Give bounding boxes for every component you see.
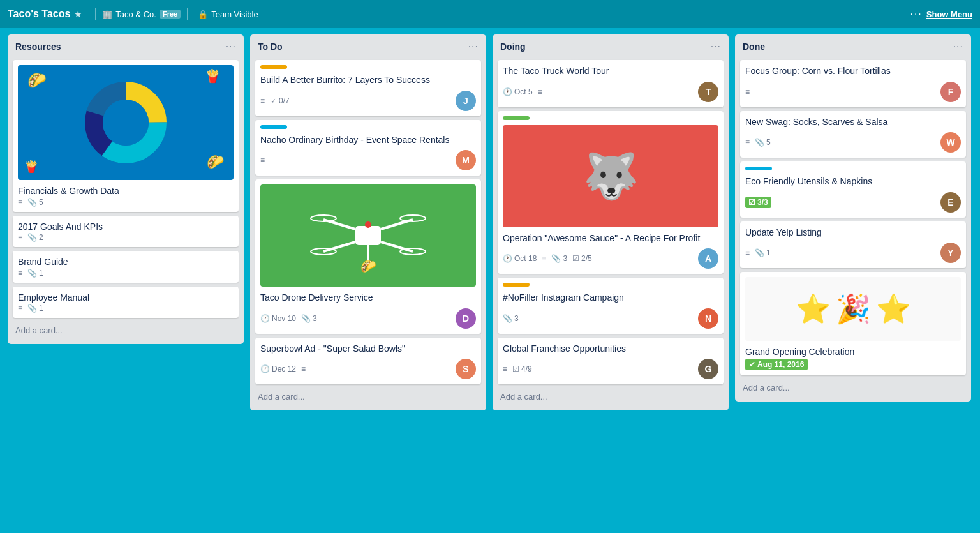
card-footer-swag: ≡ 📎 5 W bbox=[745, 132, 961, 153]
card-title-swag: New Swag: Socks, Scarves & Salsa bbox=[745, 117, 887, 127]
attachment-yelp: 📎 1 bbox=[755, 248, 771, 257]
check-icon-celebration: ✓ bbox=[749, 360, 755, 369]
card-title-financials: Financials & Growth Data bbox=[18, 186, 119, 196]
avatar-superbowl: S bbox=[456, 359, 476, 379]
card-title-utensils: Eco Friendly Utensils & Napkins bbox=[745, 176, 872, 186]
card-trucktour[interactable]: The Taco Truck World Tour 🕐 Oct 5 ≡ T bbox=[498, 60, 724, 107]
card-meta-trucktour: 🕐 Oct 5 ≡ bbox=[503, 87, 542, 96]
card-yelp[interactable]: Update Yelp Listing ≡ 📎 1 Y bbox=[740, 221, 966, 269]
org-name: Taco & Co. bbox=[115, 10, 156, 19]
avatar-drone: D bbox=[456, 308, 476, 329]
card-title-focus: Focus Group: Corn vs. Flour Tortillas bbox=[745, 66, 891, 76]
card-superbowl[interactable]: Superbowl Ad - "Super Salad Bowls" 🕐 Dec… bbox=[255, 338, 481, 385]
star-icon[interactable]: ★ bbox=[74, 9, 82, 19]
desc-icon-trucktour: ≡ bbox=[538, 87, 542, 96]
avatar-trucktour: T bbox=[698, 82, 718, 102]
card-title-burrito: Build A Better Burrito: 7 Layers To Succ… bbox=[260, 75, 430, 85]
card-meta-superbowl: 🕐 Dec 12 ≡ bbox=[260, 364, 306, 373]
description-icon-brand: ≡ bbox=[18, 269, 22, 278]
header-right: ··· Show Menu bbox=[910, 8, 972, 20]
card-footer-superbowl: 🕐 Dec 12 ≡ S bbox=[260, 359, 476, 379]
svg-point-14 bbox=[365, 221, 371, 228]
attachment-drone: 📎 3 bbox=[301, 314, 317, 323]
card-goals[interactable]: 2017 Goals And KPIs ≡ 📎 2 bbox=[13, 216, 239, 248]
card-title-celebration: Grand Opening Celebration bbox=[745, 347, 854, 357]
card-employee[interactable]: Employee Manual ≡ 📎 1 bbox=[13, 287, 239, 319]
card-franchise[interactable]: Global Franchise Opportunities ≡ ☑ 4/9 G bbox=[498, 338, 724, 385]
date-trucktour: 🕐 Oct 5 bbox=[503, 87, 533, 96]
card-meta-drone: 🕐 Nov 10 📎 3 bbox=[260, 314, 317, 323]
card-meta-goals: ≡ 📎 2 bbox=[18, 233, 234, 242]
card-drone[interactable]: 🌮 Taco Drone Delivery Service 🕐 Nov 10 📎… bbox=[255, 179, 481, 334]
card-title-brand: Brand Guide bbox=[18, 257, 68, 267]
svg-line-9 bbox=[381, 242, 413, 251]
add-card-button-doing[interactable]: Add a card... bbox=[498, 388, 724, 405]
column-menu-button-resources[interactable]: ··· bbox=[226, 41, 236, 52]
label-bar-utensils bbox=[745, 167, 772, 170]
card-title-yelp: Update Yelp Listing bbox=[745, 227, 822, 237]
avatar-focus: F bbox=[940, 82, 961, 102]
card-meta-birthday: ≡ bbox=[260, 156, 265, 165]
card-footer-burrito: ≡ ☑ 0/7 J bbox=[260, 91, 476, 111]
add-card-button-resources[interactable]: Add a card... bbox=[13, 322, 239, 339]
description-icon-financials: ≡ bbox=[18, 198, 22, 207]
card-burrito[interactable]: Build A Better Burrito: 7 Layers To Succ… bbox=[255, 60, 481, 116]
desc-icon-swag: ≡ bbox=[745, 138, 750, 147]
attachment-count-goals: 📎 2 bbox=[27, 233, 43, 242]
add-card-button-done[interactable]: Add a card... bbox=[740, 379, 966, 396]
celebration-image: ⭐ 🎉 ⭐ bbox=[745, 277, 961, 341]
avatar-yelp: Y bbox=[940, 243, 961, 263]
card-meta-franchise: ≡ ☑ 4/9 bbox=[503, 364, 532, 373]
card-focus[interactable]: Focus Group: Corn vs. Flour Tortillas ≡ … bbox=[740, 60, 966, 107]
card-title-employee: Employee Manual bbox=[18, 292, 89, 303]
column-title-resources: Resources bbox=[15, 41, 61, 52]
attachment-swag: 📎 5 bbox=[755, 138, 771, 147]
check-icon-burrito: ☑ bbox=[270, 96, 277, 105]
star-left-icon: ⭐ bbox=[796, 292, 831, 326]
card-footer-yelp: ≡ 📎 1 Y bbox=[745, 243, 961, 263]
party-icon: 🎉 bbox=[836, 292, 871, 326]
clock-icon-superbowl: 🕐 bbox=[260, 364, 270, 373]
show-menu-button[interactable]: Show Menu bbox=[926, 10, 972, 19]
board-title[interactable]: Taco's Tacos bbox=[8, 8, 70, 20]
desc-icon-franchise: ≡ bbox=[503, 364, 507, 373]
card-awesome[interactable]: 🐺 Operation "Awesome Sauce" - A Recipe F… bbox=[498, 111, 724, 274]
card-financials[interactable]: 🌮 🍟 🍟 🌮 Financials & Growth Data ≡ 📎 5 bbox=[13, 60, 239, 212]
team-info: 🔒 Team Visible bbox=[198, 10, 258, 19]
desc-icon-birthday: ≡ bbox=[260, 156, 265, 165]
card-utensils[interactable]: Eco Friendly Utensils & Napkins ☑ 3/3 E bbox=[740, 161, 966, 218]
card-instagram[interactable]: #NoFiller Instagram Campaign 📎 3 N bbox=[498, 278, 724, 334]
card-title-drone: Taco Drone Delivery Service bbox=[260, 292, 373, 303]
avatar-birthday: M bbox=[456, 150, 476, 170]
card-meta-financials: ≡ 📎 5 bbox=[18, 198, 234, 207]
checklist-utensils-green: ☑ 3/3 bbox=[745, 197, 771, 208]
column-menu-button-todo[interactable]: ··· bbox=[468, 41, 479, 52]
clock-icon-awesome: 🕐 bbox=[503, 254, 512, 263]
avatar-swag: W bbox=[940, 132, 961, 153]
star-right-icon: ⭐ bbox=[876, 292, 911, 326]
card-celebration[interactable]: ⭐ 🎉 ⭐ Grand Opening Celebration ✓ Aug 11… bbox=[740, 272, 966, 375]
column-title-done: Done bbox=[743, 41, 765, 52]
label-bar-awesome bbox=[503, 116, 530, 120]
column-menu-button-doing[interactable]: ··· bbox=[711, 41, 721, 52]
header-dots[interactable]: ··· bbox=[910, 8, 922, 20]
date-drone: 🕐 Nov 10 bbox=[260, 314, 296, 323]
paperclip-icon-awesome: 📎 bbox=[551, 254, 561, 263]
card-swag[interactable]: New Swag: Socks, Scarves & Salsa ≡ 📎 5 W bbox=[740, 111, 966, 158]
svg-line-8 bbox=[323, 242, 355, 251]
card-brand[interactable]: Brand Guide ≡ 📎 1 bbox=[13, 251, 239, 283]
app-header: Taco's Tacos ★ 🏢 Taco & Co. Free 🔒 Team … bbox=[0, 0, 980, 28]
label-bar-burrito bbox=[260, 65, 287, 69]
card-birthday[interactable]: Nacho Ordinary Birthday - Event Space Re… bbox=[255, 120, 481, 176]
card-footer-birthday: ≡ M bbox=[260, 150, 476, 170]
card-title-birthday: Nacho Ordinary Birthday - Event Space Re… bbox=[260, 135, 449, 145]
column-header-resources: Resources ··· bbox=[13, 40, 239, 56]
column-doing: Doing ··· The Taco Truck World Tour 🕐 Oc… bbox=[493, 34, 729, 410]
column-menu-button-done[interactable]: ··· bbox=[953, 41, 963, 52]
add-card-button-todo[interactable]: Add a card... bbox=[255, 388, 481, 405]
attachment-count-employee: 📎 1 bbox=[27, 304, 43, 313]
card-meta-focus: ≡ bbox=[745, 87, 750, 96]
label-bar-birthday bbox=[260, 125, 287, 129]
column-todo: To Do ··· Build A Better Burrito: 7 Laye… bbox=[250, 34, 486, 410]
donut-chart-image: 🌮 🍟 🍟 🌮 bbox=[18, 65, 234, 180]
